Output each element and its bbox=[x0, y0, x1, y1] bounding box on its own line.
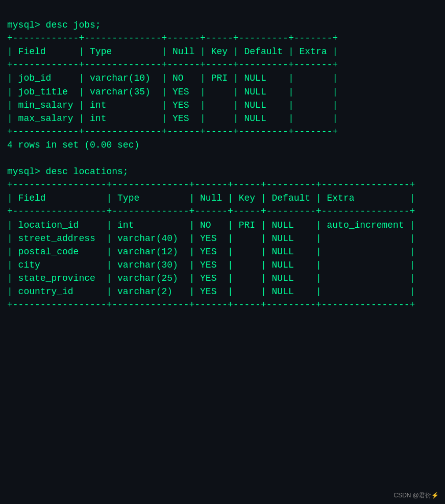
terminal-text: mysql> desc jobs; +------------+--------… bbox=[7, 20, 415, 310]
terminal-output: mysql> desc jobs; +------------+--------… bbox=[7, 5, 438, 499]
watermark: CSDN @君衍⚡ bbox=[393, 491, 439, 500]
